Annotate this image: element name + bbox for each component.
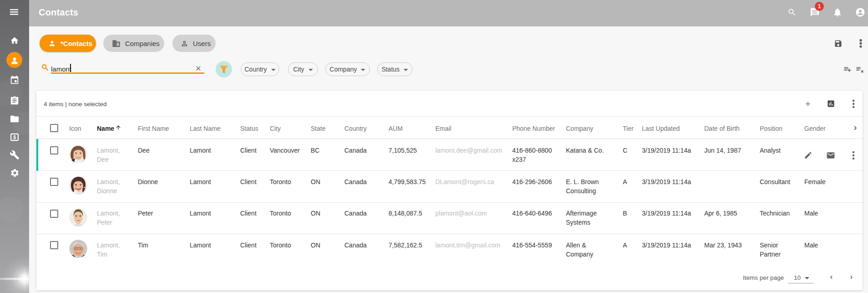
svg-text:$: $: [13, 135, 16, 140]
